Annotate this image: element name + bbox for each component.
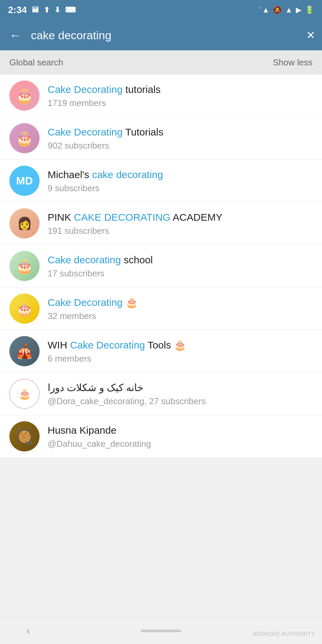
list-item[interactable]: 🎪WIH Cake Decorating Tools 🎂6 members: [0, 330, 322, 373]
result-meta: 32 members: [48, 311, 313, 321]
list-item[interactable]: 🥘Husna Kipande@Dahuu_cake_decorating: [0, 415, 322, 458]
back-button[interactable]: ←: [7, 28, 24, 42]
avatar: MD: [9, 166, 40, 196]
no-sound-icon: 🔕: [273, 6, 282, 14]
results-list: 🎂Cake Decorating tutorials1719 members🎂C…: [0, 74, 322, 458]
bottom-navigation: ‹ ANDROID AUTHORITY: [0, 617, 322, 644]
search-input[interactable]: [31, 29, 300, 42]
global-search-label: Global search: [9, 57, 63, 68]
avatar: 🎂: [9, 80, 40, 111]
bluetooth-icon: ʿ▲: [260, 6, 269, 14]
result-meta: 6 members: [48, 354, 313, 364]
result-name: خانه کیک و شکلات دورا: [48, 381, 313, 394]
avatar: 🎂: [9, 123, 40, 153]
avatar: 👩: [9, 208, 40, 238]
status-bar: 2:34 🖬 ⬆ ⬇ ⌨ ʿ▲ 🔕 ▲ ▶ 🔋: [0, 0, 322, 20]
result-info: PINK CAKE DECORATING ACADEMY191 subscrib…: [48, 211, 313, 236]
result-meta: 191 subscribers: [48, 226, 313, 236]
search-input-wrapper: [31, 29, 300, 42]
battery-icon: 🔋: [305, 6, 314, 14]
result-info: WIH Cake Decorating Tools 🎂6 members: [48, 338, 313, 364]
result-name: WIH Cake Decorating Tools 🎂: [48, 338, 313, 352]
result-info: خانه کیک و شکلات دورا@Dora_cake_decorati…: [48, 381, 313, 407]
result-info: Cake Decorating tutorials1719 members: [48, 83, 313, 108]
notification-icon: 🖬: [32, 6, 39, 14]
avatar: 🎂: [9, 379, 40, 409]
list-item[interactable]: 👩PINK CAKE DECORATING ACADEMY191 subscri…: [0, 202, 322, 245]
status-bar-left: 2:34 🖬 ⬆ ⬇ ⌨: [8, 5, 76, 15]
result-info: Husna Kipande@Dahuu_cake_decorating: [48, 424, 313, 449]
list-item[interactable]: 🎂Cake Decorating 🎂32 members: [0, 287, 322, 330]
avatar: 🥘: [9, 421, 40, 451]
result-meta: @Dahuu_cake_decorating: [48, 439, 313, 449]
list-item[interactable]: 🎂خانه کیک و شکلات دورا@Dora_cake_decorat…: [0, 373, 322, 415]
time-display: 2:34: [8, 5, 27, 15]
result-name: Cake decorating school: [48, 253, 313, 266]
result-meta: 17 subscribers: [48, 268, 313, 279]
clear-search-button[interactable]: ✕: [306, 29, 315, 42]
global-search-header: Global search Show less: [0, 50, 322, 74]
result-info: Michael's cake decorating9 subscribers: [48, 168, 313, 194]
show-less-button[interactable]: Show less: [273, 57, 313, 68]
result-name: Cake Decorating 🎂: [48, 296, 313, 309]
list-item[interactable]: 🎂Cake Decorating tutorials1719 members: [0, 74, 322, 117]
result-info: Cake Decorating Tutorials902 subscribers: [48, 125, 313, 151]
result-meta: 1719 members: [48, 98, 313, 108]
result-name: Cake Decorating Tutorials: [48, 125, 313, 139]
upload-icon: ⬆: [44, 6, 50, 14]
result-name: PINK CAKE DECORATING ACADEMY: [48, 211, 313, 224]
search-bar: ← ✕: [0, 20, 322, 50]
result-info: Cake decorating school17 subscribers: [48, 253, 313, 279]
watermark: ANDROID AUTHORITY: [253, 631, 315, 637]
result-name: Michael's cake decorating: [48, 168, 313, 181]
home-indicator[interactable]: [141, 630, 181, 632]
avatar: 🎪: [9, 336, 40, 366]
wifi-icon: ▲: [285, 6, 292, 14]
result-info: Cake Decorating 🎂32 members: [48, 296, 313, 321]
status-bar-right: ʿ▲ 🔕 ▲ ▶ 🔋: [260, 6, 314, 14]
list-item[interactable]: 🎂Cake decorating school17 subscribers: [0, 245, 322, 287]
result-meta: 902 subscribers: [48, 141, 313, 151]
keyboard-icon: ⌨: [65, 6, 76, 14]
avatar: 🎂: [9, 293, 40, 324]
avatar: 🎂: [9, 251, 40, 281]
result-name: Husna Kipande: [48, 424, 313, 437]
result-meta: @Dora_cake_decorating, 27 subscribers: [48, 396, 313, 407]
nav-back-button[interactable]: ‹: [27, 626, 30, 636]
signal-icon: ▶: [296, 6, 302, 14]
list-item[interactable]: 🎂Cake Decorating Tutorials902 subscriber…: [0, 117, 322, 160]
result-name: Cake Decorating tutorials: [48, 83, 313, 96]
download-icon: ⬇: [54, 6, 60, 14]
result-meta: 9 subscribers: [48, 183, 313, 194]
list-item[interactable]: MDMichael's cake decorating9 subscribers: [0, 160, 322, 202]
